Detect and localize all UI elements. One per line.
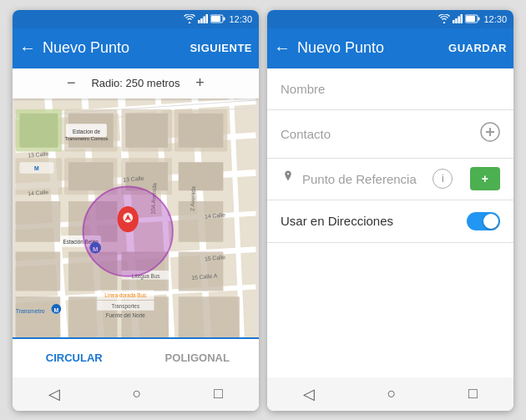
referencia-field[interactable]: Punto de Referencia i + (267, 159, 513, 200)
contacto-placeholder: Contacto (281, 127, 480, 141)
contacto-field[interactable]: Contacto (267, 110, 513, 159)
nav-recent-1[interactable]: □ (214, 385, 223, 402)
phone-screen-1: 12:30 ← Nuevo Punto SIGUIENTE − Radio: 2… (13, 10, 259, 411)
svg-text:Estacion de: Estacion de (73, 129, 101, 134)
svg-rect-31 (179, 113, 224, 147)
svg-rect-6 (211, 16, 220, 22)
toolbar-2: ← Nuevo Punto GUARDAR (267, 28, 513, 68)
add-ref-button[interactable]: + (470, 167, 500, 190)
ref-label: Punto de Referencia (302, 172, 426, 186)
svg-rect-43 (16, 296, 61, 337)
contacto-add-icon[interactable] (480, 122, 500, 146)
signal-icon (198, 14, 208, 23)
radius-text: Radio: 250 metros (91, 77, 180, 89)
nav-home-1[interactable]: ○ (133, 385, 142, 402)
nav-bar-2: ◁ ○ □ (267, 377, 513, 411)
nav-bar-1: ◁ ○ □ (13, 377, 259, 411)
svg-rect-30 (125, 113, 168, 147)
svg-text:Transmetro: Transmetro (16, 307, 45, 313)
wifi-icon (184, 14, 195, 23)
info-button[interactable]: i (432, 169, 453, 189)
svg-rect-85 (466, 16, 475, 22)
svg-rect-46 (179, 296, 240, 337)
toggle-field: Usar en Direcciones (267, 200, 513, 243)
map-svg: Estacion de Transmetro Correos 13 Calle … (13, 68, 259, 337)
tab-circular[interactable]: CIRCULAR (13, 339, 136, 379)
battery-icon-2 (465, 14, 480, 23)
back-button-2[interactable]: ← (274, 38, 291, 58)
toolbar-1: ← Nuevo Punto SIGUIENTE (13, 28, 259, 68)
toggle-switch[interactable] (467, 212, 500, 230)
time-1: 12:30 (229, 14, 252, 24)
svg-rect-82 (461, 14, 463, 23)
nav-back-2[interactable]: ◁ (303, 385, 315, 403)
battery-icon (210, 14, 225, 23)
nombre-field[interactable]: Nombre (267, 68, 513, 110)
toggle-label: Usar en Direcciones (281, 214, 467, 228)
nav-recent-2[interactable]: □ (468, 385, 478, 402)
svg-rect-38 (179, 201, 224, 242)
phone-screen-2: 12:30 ← Nuevo Punto GUARDAR Nombre Conta… (267, 10, 513, 411)
radius-bar: − Radio: 250 metros + (13, 68, 259, 99)
svg-rect-35 (179, 162, 224, 190)
status-icons-2 (438, 14, 480, 23)
toolbar-title-2: Nuevo Punto (297, 39, 442, 57)
svg-text:Fuente del Norte: Fuente del Norte (106, 311, 146, 317)
pin-icon (281, 170, 296, 188)
status-bar-1: 12:30 (13, 10, 259, 28)
svg-text:M: M (34, 164, 39, 170)
map-container[interactable]: − Radio: 250 metros + (13, 68, 259, 337)
svg-text:M: M (54, 306, 59, 312)
back-button-1[interactable]: ← (19, 38, 36, 58)
svg-rect-79 (453, 20, 455, 23)
svg-rect-0 (198, 20, 200, 23)
svg-rect-1 (201, 18, 204, 23)
svg-text:Línea dorada Bus: Línea dorada Bus (104, 292, 146, 298)
svg-rect-32 (19, 113, 58, 147)
radius-plus-btn[interactable]: + (190, 74, 210, 92)
siguiente-button[interactable]: SIGUIENTE (190, 42, 252, 54)
nav-back-1[interactable]: ◁ (48, 385, 60, 403)
tab-poligonal[interactable]: POLIGONAL (136, 339, 260, 377)
nombre-placeholder: Nombre (281, 82, 500, 96)
svg-rect-81 (458, 17, 461, 24)
toolbar-title-1: Nuevo Punto (43, 39, 183, 57)
svg-text:Transmetro Correos: Transmetro Correos (64, 135, 108, 140)
status-bar-2: 12:30 (267, 10, 513, 28)
svg-rect-84 (478, 18, 480, 21)
guardar-button[interactable]: GUARDAR (448, 42, 507, 54)
bottom-tabs: CIRCULAR POLIGONAL (13, 337, 259, 377)
form-content: Nombre Contacto Punto de Referencia (267, 68, 513, 377)
signal-icon-2 (453, 14, 463, 23)
svg-rect-39 (16, 251, 61, 291)
svg-rect-36 (16, 201, 61, 242)
svg-rect-3 (206, 14, 209, 23)
nav-home-2[interactable]: ○ (387, 385, 397, 402)
wifi-icon-2 (438, 14, 450, 23)
radius-minus-btn[interactable]: − (61, 74, 81, 92)
svg-rect-2 (204, 17, 206, 24)
svg-text:Transportes: Transportes (112, 302, 140, 309)
svg-rect-33 (68, 162, 114, 190)
svg-rect-80 (456, 18, 458, 23)
time-2: 12:30 (483, 14, 507, 24)
svg-rect-5 (224, 18, 225, 21)
status-icons-1 (184, 14, 225, 23)
